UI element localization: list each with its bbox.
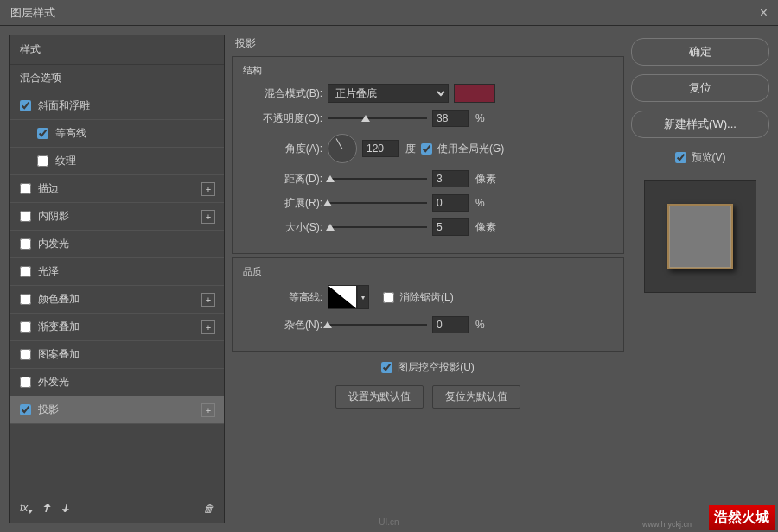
distance-slider[interactable] [328,171,427,187]
make-default-button[interactable]: 设置为默认值 [335,385,424,408]
quality-group: 品质 等高线: ▾ 消除锯齿(L) 杂色(N): % [232,257,624,352]
size-slider[interactable] [328,219,427,235]
style-item[interactable]: 斜面和浮雕 [10,92,224,120]
trash-icon[interactable]: 🗑 [203,503,214,515]
add-effect-icon[interactable]: + [201,210,215,224]
arrow-down-icon[interactable]: 🠇 [60,503,70,515]
add-effect-icon[interactable]: + [201,182,215,196]
add-effect-icon[interactable]: + [201,293,215,307]
blending-options-label: 混合选项 [20,71,61,86]
preview-checkbox[interactable] [675,152,686,163]
opacity-unit: % [475,112,485,124]
style-checkbox[interactable] [20,238,31,250]
shadow-color-swatch[interactable] [454,84,495,103]
style-checkbox[interactable] [37,128,48,139]
noise-label: 杂色(N): [243,318,322,332]
watermark-uicn: UI.cn [379,517,399,527]
preview-label: 预览(V) [692,150,726,165]
noise-slider[interactable] [328,317,427,332]
style-item[interactable]: 外发光 [10,369,224,396]
style-item[interactable]: 投影+ [10,396,224,424]
spread-label: 扩展(R): [243,196,322,211]
ok-button[interactable]: 确定 [631,38,769,66]
effect-title: 投影 [232,35,624,53]
style-label: 内阴影 [38,209,69,224]
style-item[interactable]: 光泽 [10,258,224,286]
style-item[interactable]: 颜色叠加+ [10,286,224,314]
style-label: 图案叠加 [38,347,80,362]
style-item[interactable]: 描边+ [10,175,224,203]
arrow-up-icon[interactable]: 🠅 [41,503,51,515]
global-light-label: 使用全局光(G) [437,142,504,156]
contour-dropdown-icon[interactable]: ▾ [357,285,369,309]
style-checkbox[interactable] [20,404,31,415]
opacity-slider[interactable] [328,111,427,126]
angle-dial[interactable] [328,134,357,163]
antialias-checkbox-wrap[interactable]: 消除锯齿(L) [383,290,454,305]
fx-icon[interactable]: fx▾ [20,502,32,516]
contour-swatch[interactable] [328,285,357,309]
structure-group: 结构 混合模式(B): 正片叠底 不透明度(O): % 角度(A): 度 使用 [232,56,624,254]
style-checkbox[interactable] [20,294,31,305]
style-checkbox[interactable] [20,211,31,222]
angle-input[interactable] [362,140,399,157]
style-label: 内发光 [38,237,69,251]
knockout-label: 图层挖空投影(U) [398,360,475,375]
close-icon[interactable]: × [760,5,768,21]
style-checkbox[interactable] [20,377,31,388]
opacity-label: 不透明度(O): [243,111,322,126]
global-light-checkbox-wrap[interactable]: 使用全局光(G) [421,142,504,156]
style-item[interactable]: 纹理 [10,148,224,175]
noise-unit: % [475,319,485,331]
style-item[interactable]: 内阴影+ [10,203,224,231]
style-label: 光泽 [38,264,59,279]
opacity-input[interactable] [432,110,469,127]
style-checkbox[interactable] [20,183,31,194]
spread-input[interactable] [432,194,469,212]
noise-input[interactable] [432,316,469,333]
angle-label: 角度(A): [243,142,322,156]
style-item[interactable]: 图案叠加 [10,341,224,369]
antialias-label: 消除锯齿(L) [399,290,454,305]
knockout-checkbox-wrap[interactable]: 图层挖空投影(U) [232,360,624,375]
add-effect-icon[interactable]: + [201,320,215,334]
watermark-logo: 浩然火城 [709,505,775,530]
angle-unit: 度 [405,142,416,156]
style-label: 外发光 [38,375,69,390]
add-effect-icon[interactable]: + [201,403,215,417]
style-item[interactable]: 等高线 [10,120,224,148]
style-label: 渐变叠加 [38,320,80,334]
knockout-checkbox[interactable] [381,362,392,373]
spread-slider[interactable] [328,195,427,211]
watermark-url: www.hryckj.cn [642,520,692,529]
structure-legend: 结构 [243,64,613,77]
size-input[interactable] [432,218,469,236]
dialog-title: 图层样式 [10,5,55,21]
style-label: 等高线 [55,126,86,141]
style-item[interactable]: 内发光 [10,231,224,258]
distance-unit: 像素 [475,172,496,187]
style-label: 颜色叠加 [38,292,80,307]
preview-thumbnail [667,204,733,269]
blend-mode-label: 混合模式(B): [243,86,322,101]
style-label: 斜面和浮雕 [38,98,90,113]
distance-label: 距离(D): [243,172,322,187]
blending-options-item[interactable]: 混合选项 [10,65,224,92]
preview-box [644,180,756,293]
new-style-button[interactable]: 新建样式(W)... [631,111,769,138]
reset-default-button[interactable]: 复位为默认值 [432,385,520,408]
style-checkbox[interactable] [20,266,31,277]
style-checkbox[interactable] [20,349,31,360]
distance-input[interactable] [432,170,469,187]
blend-mode-select[interactable]: 正片叠底 [328,84,449,103]
style-checkbox[interactable] [20,321,31,332]
global-light-checkbox[interactable] [421,143,432,155]
style-checkbox[interactable] [20,100,31,111]
preview-checkbox-wrap[interactable]: 预览(V) [631,150,769,165]
reset-button[interactable]: 复位 [631,74,769,102]
style-checkbox[interactable] [37,155,48,167]
style-item[interactable]: 渐变叠加+ [10,314,224,341]
antialias-checkbox[interactable] [383,292,394,303]
style-label: 投影 [38,402,59,417]
style-label: 纹理 [55,154,76,168]
